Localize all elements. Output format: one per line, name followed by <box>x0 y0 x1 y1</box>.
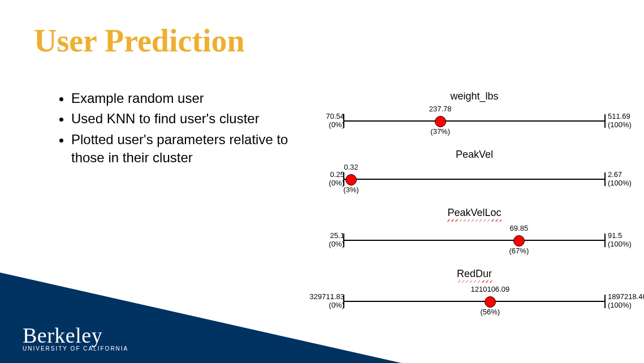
logo-wordmark: Berkeley <box>23 323 128 348</box>
user-dot <box>485 296 496 308</box>
metric-title: PeakVel <box>456 149 493 161</box>
bullet-item: Example random user <box>71 89 311 107</box>
bullet-list: Example random user Used KNN to find use… <box>51 89 311 170</box>
spellcheck-underline-icon <box>447 219 501 222</box>
user-dot <box>435 116 446 127</box>
max-label: 2.67(100%) <box>608 171 632 188</box>
slide: User Prediction Example random user Used… <box>0 0 644 363</box>
slide-title: User Prediction <box>34 23 245 59</box>
metric-PeakVelLoc: PeakVelLoc25.1(0%)91.5(100%)69.85(67%) <box>333 207 616 257</box>
metric-RedDur: RedDur329711.83(0%)1897218.46(100%)12101… <box>333 268 616 318</box>
user-pct-label: (37%) <box>430 127 450 136</box>
user-pct-label: (67%) <box>509 247 529 255</box>
metric-title: weight_lbs <box>450 90 498 102</box>
metric-title: RedDur <box>457 268 492 283</box>
user-pct-label: (3%) <box>343 185 358 194</box>
percentile-bar: 70.54(0%)511.69(100%)237.78(37%) <box>343 105 606 137</box>
spellcheck-underline-icon <box>457 280 492 283</box>
metric-weight_lbs: weight_lbs70.54(0%)511.69(100%)237.78(37… <box>333 90 616 137</box>
user-value-label: 237.78 <box>429 105 452 113</box>
percentile-charts: weight_lbs70.54(0%)511.69(100%)237.78(37… <box>333 90 616 329</box>
user-pct-label: (56%) <box>480 308 500 316</box>
logo-subtitle: UNIVERSITY OF CALIFORNIA <box>23 345 128 352</box>
user-dot <box>513 235 525 247</box>
bullet-item: Plotted user's parameters relative to th… <box>71 131 311 167</box>
max-label: 511.69(100%) <box>608 113 632 129</box>
percentile-bar: 0.25(0%)2.67(100%)0.32(3%) <box>343 163 606 196</box>
user-value-label: 69.85 <box>510 224 529 232</box>
metric-title: PeakVelLoc <box>447 207 501 222</box>
user-value-label: 0.32 <box>344 163 358 171</box>
bullet-item: Used KNN to find user's cluster <box>71 110 311 128</box>
min-label: 70.54(0%) <box>326 113 344 129</box>
min-label: 329711.83(0%) <box>310 293 344 310</box>
user-value-label: 1210106.09 <box>470 285 509 293</box>
max-label: 1897218.46(100%) <box>608 293 644 310</box>
min-label: 0.25(0%) <box>329 171 344 188</box>
metric-PeakVel: PeakVel0.25(0%)2.67(100%)0.32(3%) <box>333 149 616 196</box>
user-dot <box>345 174 357 185</box>
percentile-bar: 25.1(0%)91.5(100%)69.85(67%) <box>343 224 606 257</box>
berkeley-logo: Berkeley UNIVERSITY OF CALIFORNIA <box>23 323 128 352</box>
percentile-bar: 329711.83(0%)1897218.46(100%)1210106.09(… <box>343 285 606 318</box>
max-label: 91.5(100%) <box>608 232 632 249</box>
min-label: 25.1(0%) <box>329 232 344 249</box>
